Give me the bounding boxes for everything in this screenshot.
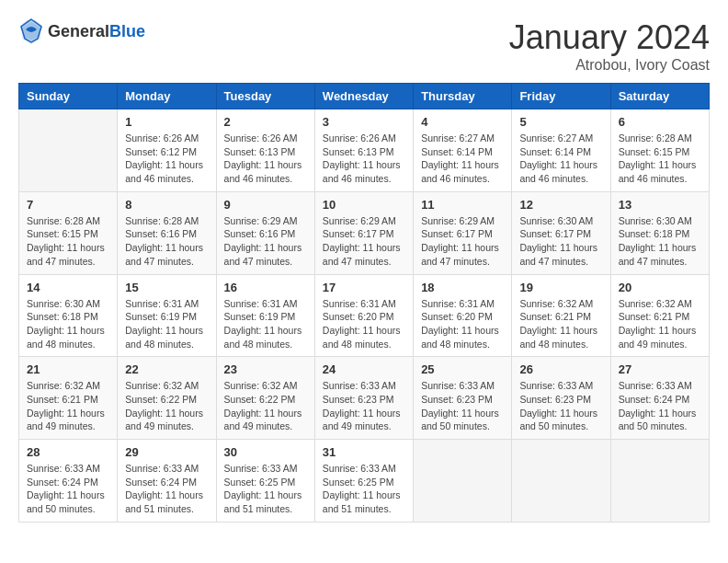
weekday-header-wednesday: Wednesday [314, 84, 413, 109]
day-info: Sunrise: 6:32 AM Sunset: 6:21 PM Dayligh… [27, 379, 109, 433]
day-info: Sunrise: 6:32 AM Sunset: 6:21 PM Dayligh… [619, 297, 701, 351]
calendar-cell: 23Sunrise: 6:32 AM Sunset: 6:22 PM Dayli… [216, 357, 314, 440]
day-info: Sunrise: 6:33 AM Sunset: 6:25 PM Dayligh… [224, 462, 307, 516]
day-info: Sunrise: 6:33 AM Sunset: 6:24 PM Dayligh… [619, 379, 701, 433]
calendar-cell [414, 440, 512, 523]
day-info: Sunrise: 6:30 AM Sunset: 6:17 PM Dayligh… [519, 214, 602, 269]
day-info: Sunrise: 6:29 AM Sunset: 6:17 PM Dayligh… [421, 214, 504, 269]
calendar-cell [512, 440, 610, 523]
day-info: Sunrise: 6:33 AM Sunset: 6:25 PM Dayligh… [323, 462, 405, 516]
calendar-week-1: 1Sunrise: 6:26 AM Sunset: 6:12 PM Daylig… [19, 109, 710, 192]
day-number: 9 [224, 198, 307, 212]
calendar-cell: 20Sunrise: 6:32 AM Sunset: 6:21 PM Dayli… [610, 274, 709, 357]
day-number: 21 [27, 362, 109, 376]
calendar-body: 1Sunrise: 6:26 AM Sunset: 6:12 PM Daylig… [19, 109, 710, 523]
title-section: January 2024 Atrobou, Ivory Coast [509, 18, 710, 74]
calendar-week-5: 28Sunrise: 6:33 AM Sunset: 6:24 PM Dayli… [19, 440, 710, 523]
calendar-cell: 2Sunrise: 6:26 AM Sunset: 6:13 PM Daylig… [216, 109, 314, 192]
calendar-cell: 31Sunrise: 6:33 AM Sunset: 6:25 PM Dayli… [314, 440, 413, 523]
day-info: Sunrise: 6:33 AM Sunset: 6:24 PM Dayligh… [27, 462, 109, 516]
day-info: Sunrise: 6:33 AM Sunset: 6:23 PM Dayligh… [323, 379, 405, 433]
day-number: 8 [125, 198, 208, 212]
calendar-cell: 25Sunrise: 6:33 AM Sunset: 6:23 PM Dayli… [414, 357, 512, 440]
day-info: Sunrise: 6:26 AM Sunset: 6:12 PM Dayligh… [125, 132, 208, 186]
day-info: Sunrise: 6:30 AM Sunset: 6:18 PM Dayligh… [619, 214, 701, 269]
calendar-cell: 7Sunrise: 6:28 AM Sunset: 6:15 PM Daylig… [19, 191, 118, 274]
day-number: 6 [619, 115, 701, 129]
day-number: 20 [619, 281, 701, 294]
calendar-cell: 4Sunrise: 6:27 AM Sunset: 6:14 PM Daylig… [414, 109, 512, 192]
calendar-cell: 16Sunrise: 6:31 AM Sunset: 6:19 PM Dayli… [216, 274, 314, 357]
logo: GeneralBlue [18, 18, 145, 44]
day-number: 17 [323, 281, 405, 294]
day-info: Sunrise: 6:28 AM Sunset: 6:16 PM Dayligh… [125, 214, 208, 269]
day-number: 27 [619, 362, 701, 376]
calendar-cell: 27Sunrise: 6:33 AM Sunset: 6:24 PM Dayli… [610, 357, 709, 440]
day-number: 28 [27, 445, 109, 459]
calendar-cell: 24Sunrise: 6:33 AM Sunset: 6:23 PM Dayli… [314, 357, 413, 440]
day-info: Sunrise: 6:32 AM Sunset: 6:22 PM Dayligh… [224, 379, 307, 433]
day-info: Sunrise: 6:31 AM Sunset: 6:20 PM Dayligh… [323, 297, 405, 351]
day-number: 23 [224, 362, 307, 376]
day-info: Sunrise: 6:30 AM Sunset: 6:18 PM Dayligh… [27, 297, 109, 351]
calendar-cell: 29Sunrise: 6:33 AM Sunset: 6:24 PM Dayli… [118, 440, 216, 523]
day-number: 11 [421, 198, 504, 212]
day-number: 26 [519, 362, 602, 376]
page-header: GeneralBlue January 2024 Atrobou, Ivory … [18, 18, 710, 74]
day-info: Sunrise: 6:27 AM Sunset: 6:14 PM Dayligh… [519, 132, 602, 186]
weekday-header-monday: Monday [118, 84, 216, 109]
day-number: 24 [323, 362, 405, 376]
day-info: Sunrise: 6:28 AM Sunset: 6:15 PM Dayligh… [27, 214, 109, 269]
weekday-header-thursday: Thursday [414, 84, 512, 109]
calendar-cell: 1Sunrise: 6:26 AM Sunset: 6:12 PM Daylig… [118, 109, 216, 192]
day-info: Sunrise: 6:32 AM Sunset: 6:21 PM Dayligh… [519, 297, 602, 351]
day-number: 7 [27, 198, 109, 212]
weekday-header-saturday: Saturday [610, 84, 709, 109]
day-number: 29 [125, 445, 208, 459]
calendar-cell: 9Sunrise: 6:29 AM Sunset: 6:16 PM Daylig… [216, 191, 314, 274]
day-number: 12 [519, 198, 602, 212]
calendar-cell: 30Sunrise: 6:33 AM Sunset: 6:25 PM Dayli… [216, 440, 314, 523]
day-number: 1 [125, 115, 208, 129]
calendar-header-row: SundayMondayTuesdayWednesdayThursdayFrid… [19, 84, 710, 109]
day-number: 2 [224, 115, 307, 129]
day-number: 16 [224, 281, 307, 294]
calendar-cell: 14Sunrise: 6:30 AM Sunset: 6:18 PM Dayli… [19, 274, 118, 357]
day-number: 3 [323, 115, 405, 129]
calendar-cell: 21Sunrise: 6:32 AM Sunset: 6:21 PM Dayli… [19, 357, 118, 440]
calendar-cell: 26Sunrise: 6:33 AM Sunset: 6:23 PM Dayli… [512, 357, 610, 440]
day-number: 18 [421, 281, 504, 294]
day-number: 30 [224, 445, 307, 459]
day-number: 10 [323, 198, 405, 212]
day-number: 19 [519, 281, 602, 294]
location-title: Atrobou, Ivory Coast [509, 57, 710, 74]
day-info: Sunrise: 6:31 AM Sunset: 6:19 PM Dayligh… [224, 297, 307, 351]
day-info: Sunrise: 6:28 AM Sunset: 6:15 PM Dayligh… [619, 132, 701, 186]
calendar-week-3: 14Sunrise: 6:30 AM Sunset: 6:18 PM Dayli… [19, 274, 710, 357]
calendar-cell: 6Sunrise: 6:28 AM Sunset: 6:15 PM Daylig… [610, 109, 709, 192]
day-number: 25 [421, 362, 504, 376]
calendar-week-2: 7Sunrise: 6:28 AM Sunset: 6:15 PM Daylig… [19, 191, 710, 274]
day-number: 13 [619, 198, 701, 212]
day-info: Sunrise: 6:26 AM Sunset: 6:13 PM Dayligh… [224, 132, 307, 186]
day-info: Sunrise: 6:31 AM Sunset: 6:20 PM Dayligh… [421, 297, 504, 351]
calendar-cell: 15Sunrise: 6:31 AM Sunset: 6:19 PM Dayli… [118, 274, 216, 357]
logo-icon [18, 18, 44, 44]
day-info: Sunrise: 6:29 AM Sunset: 6:17 PM Dayligh… [323, 214, 405, 269]
calendar-cell: 19Sunrise: 6:32 AM Sunset: 6:21 PM Dayli… [512, 274, 610, 357]
logo-general: General [48, 22, 109, 40]
day-info: Sunrise: 6:33 AM Sunset: 6:23 PM Dayligh… [519, 379, 602, 433]
day-info: Sunrise: 6:26 AM Sunset: 6:13 PM Dayligh… [323, 132, 405, 186]
day-info: Sunrise: 6:27 AM Sunset: 6:14 PM Dayligh… [421, 132, 504, 186]
calendar-cell: 11Sunrise: 6:29 AM Sunset: 6:17 PM Dayli… [414, 191, 512, 274]
day-number: 14 [27, 281, 109, 294]
day-info: Sunrise: 6:33 AM Sunset: 6:23 PM Dayligh… [421, 379, 504, 433]
calendar-cell: 3Sunrise: 6:26 AM Sunset: 6:13 PM Daylig… [314, 109, 413, 192]
weekday-header-sunday: Sunday [19, 84, 118, 109]
day-info: Sunrise: 6:33 AM Sunset: 6:24 PM Dayligh… [125, 462, 208, 516]
calendar-cell: 12Sunrise: 6:30 AM Sunset: 6:17 PM Dayli… [512, 191, 610, 274]
calendar-cell: 8Sunrise: 6:28 AM Sunset: 6:16 PM Daylig… [118, 191, 216, 274]
day-info: Sunrise: 6:29 AM Sunset: 6:16 PM Dayligh… [224, 214, 307, 269]
calendar-cell: 5Sunrise: 6:27 AM Sunset: 6:14 PM Daylig… [512, 109, 610, 192]
calendar-cell: 10Sunrise: 6:29 AM Sunset: 6:17 PM Dayli… [314, 191, 413, 274]
